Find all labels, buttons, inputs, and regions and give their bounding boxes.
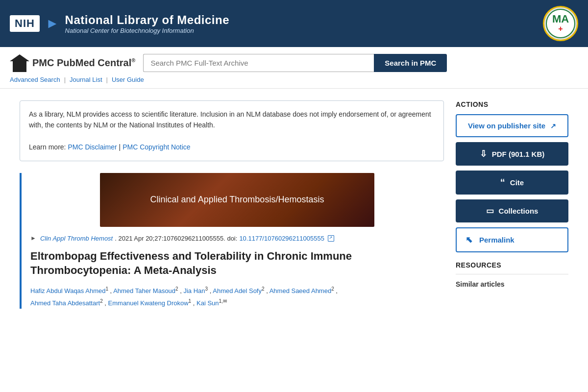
- nih-title-block: National Library of Medicine National Ce…: [65, 13, 229, 34]
- nlm-notice: As a library, NLM provides access to sci…: [20, 100, 444, 161]
- author-link-2[interactable]: Ahmed Taher Masoud: [113, 287, 175, 294]
- author-link-5[interactable]: Ahmed Saeed Ahmed: [270, 287, 331, 294]
- corner-logo-plus: +: [558, 24, 563, 33]
- cite-label: Cite: [510, 178, 524, 187]
- advanced-search-link[interactable]: Advanced Search: [10, 76, 60, 83]
- cite-arrow-icon: ►: [30, 235, 36, 242]
- nih-title: National Library of Medicine: [65, 13, 229, 27]
- pmc-house-icon: [10, 54, 29, 72]
- quote-icon: “: [500, 177, 505, 188]
- download-icon: ⇩: [480, 148, 487, 159]
- sidebar: ACTIONS View on publisher site ↗ ⇩ PDF (…: [456, 100, 568, 309]
- search-button[interactable]: Search in PMC: [374, 54, 447, 72]
- bookmark-icon: ▭: [486, 206, 494, 216]
- author-sup-1: 1: [105, 286, 108, 292]
- house-roof: [10, 54, 29, 61]
- cite-button[interactable]: “ Cite: [456, 171, 568, 195]
- corner-logo-text: MA: [552, 14, 569, 24]
- permalink-button[interactable]: ⬉ Permalink: [456, 227, 568, 252]
- pmc-search-links: Advanced Search | Journal List | User Gu…: [10, 72, 578, 88]
- author-link-6[interactable]: Ahmed Taha Abdesattart: [30, 299, 100, 307]
- nih-arrow-icon: ►: [46, 16, 59, 31]
- citation-text: . 2021 Apr 20;27:10760296211005555. doi:: [115, 235, 237, 242]
- collections-button[interactable]: ▭ Collections: [456, 199, 568, 222]
- divider-1: |: [64, 76, 66, 83]
- resources-title: RESOURCES: [456, 261, 568, 269]
- user-guide-link[interactable]: User Guide: [112, 76, 144, 83]
- article-title: Eltrombopag Effectiveness and Tolerabili…: [30, 249, 444, 278]
- nih-header: NIH ► National Library of Medicine Natio…: [0, 0, 588, 47]
- author-link-4[interactable]: Ahmed Adel Sofy: [213, 287, 262, 294]
- pmc-logo-text: PMC PubMed Central®: [32, 57, 135, 69]
- external-link-icon-btn: ↗: [550, 122, 556, 130]
- pmc-logo-icon: [10, 54, 29, 72]
- nih-corner-logo-inner: MA +: [546, 9, 575, 38]
- journal-list-link[interactable]: Journal List: [70, 76, 102, 83]
- collections-label: Collections: [499, 207, 539, 215]
- nlm-notice-text: As a library, NLM provides access to sci…: [29, 110, 431, 129]
- main-column: As a library, NLM provides access to sci…: [20, 100, 444, 309]
- authors-line: Hafiz Abdul Waqas Ahmed1 , Ahmed Taher M…: [30, 285, 444, 309]
- nih-logo-area: NIH ► National Library of Medicine Natio…: [10, 13, 229, 34]
- pdf-button[interactable]: ⇩ PDF (901.1 KB): [456, 142, 568, 166]
- author-link-3[interactable]: Jia Han: [183, 287, 205, 294]
- permalink-label: Permalink: [479, 236, 514, 244]
- view-publisher-button[interactable]: View on publisher site ↗: [456, 114, 568, 137]
- author-sup-6: 2: [100, 298, 103, 304]
- journal-image-text: Clinical and Applied Thrombosis/Hemostas…: [141, 195, 334, 205]
- journal-abbr-link[interactable]: Clin Appl Thromb Hemost: [40, 235, 113, 242]
- pmc-search-bar-inner: PMC PubMed Central® Search in PMC: [10, 54, 578, 72]
- notice-separator: |: [119, 143, 123, 151]
- author-sup-7: 1: [189, 298, 192, 304]
- author-link-8[interactable]: Kai Sun: [196, 299, 219, 307]
- actions-title: ACTIONS: [456, 100, 568, 108]
- nih-badge: NIH: [10, 15, 40, 32]
- similar-articles-label: Similar articles: [456, 274, 568, 288]
- view-publisher-label: View on publisher site: [468, 122, 545, 130]
- content-area: As a library, NLM provides access to sci…: [10, 89, 578, 318]
- author-sup-2: 2: [175, 286, 178, 292]
- pmc-search-bar: PMC PubMed Central® Search in PMC Advanc…: [0, 47, 588, 89]
- author-sup-5: 2: [331, 286, 334, 292]
- journal-image: Clinical and Applied Thrombosis/Hemostas…: [100, 173, 374, 227]
- author-link-7[interactable]: Emmanuel Kwateng Drokow: [108, 299, 189, 307]
- share-icon: ⬉: [466, 235, 472, 245]
- pmc-logo-sup: ®: [131, 57, 135, 63]
- citation-line: ► Clin Appl Thromb Hemost . 2021 Apr 20;…: [30, 235, 444, 242]
- author-link-1[interactable]: Hafiz Abdul Waqas Ahmed: [30, 287, 105, 294]
- nih-subtitle: National Center for Biotechnology Inform…: [65, 27, 229, 34]
- author-sup-4: 2: [262, 286, 265, 292]
- divider-2: |: [106, 76, 108, 83]
- house-body: [13, 61, 26, 72]
- nih-corner-logo: MA +: [543, 6, 578, 41]
- pdf-label: PDF (901.1 KB): [492, 150, 545, 158]
- pmc-disclaimer-link[interactable]: PMC Disclaimer: [68, 143, 117, 151]
- author-sup-8: 1,✉: [219, 298, 227, 304]
- author-sup-3: 3: [205, 286, 208, 292]
- pmc-copyright-link[interactable]: PMC Copyright Notice: [122, 143, 191, 151]
- nlm-learn-more-label: Learn more:: [29, 143, 66, 151]
- external-link-icon: [328, 235, 334, 242]
- doi-link[interactable]: 10.1177/10760296211005555: [239, 235, 324, 242]
- pmc-logo-block: PMC PubMed Central®: [10, 54, 135, 72]
- pmc-search-field-wrap: Search in PMC: [143, 54, 447, 72]
- search-input[interactable]: [143, 54, 374, 72]
- article-content: Clinical and Applied Thrombosis/Hemostas…: [20, 173, 444, 309]
